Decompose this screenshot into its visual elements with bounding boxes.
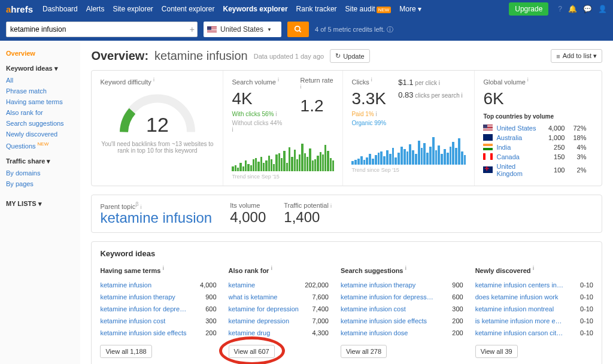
keyword-link[interactable]: ketamine infusion dose — [341, 329, 433, 336]
keyword-row: does ketamine infusion work0-10 — [475, 291, 593, 303]
country-select[interactable]: United States ▼ — [204, 22, 281, 37]
keyword-link[interactable]: ketamine infusion montreal — [475, 305, 563, 313]
keyword-row: ketamine202,000 — [229, 279, 329, 291]
add-to-list-button[interactable]: ≡ Add to list ▾ — [551, 49, 602, 63]
bell-icon[interactable]: 🔔 — [568, 5, 577, 13]
parent-topic-link[interactable]: ketamine infusion — [100, 210, 212, 226]
sidebar-item-by-pages[interactable]: By pages — [6, 178, 74, 189]
upgrade-button[interactable]: Upgrade — [509, 2, 548, 16]
keyword-link[interactable]: ketamine drug — [229, 329, 299, 336]
view-all-button[interactable]: View all 278 — [341, 345, 387, 358]
view-all-button[interactable]: View all 1,188 — [100, 345, 151, 358]
keyword-link[interactable]: ketamine depression — [229, 317, 299, 324]
keyword-link[interactable]: ketamine for depression — [229, 305, 299, 313]
keyword-row: ketamine infusion4,000 — [100, 279, 216, 291]
global-volume-value: 6K — [483, 89, 586, 108]
nav-content-explorer[interactable]: Content explorer — [162, 5, 215, 13]
sidebar-ideas-head[interactable]: Keyword ideas ▾ — [6, 65, 74, 72]
keyword-row: what is ketamine7,600 — [229, 291, 329, 303]
keyword-row: ketamine for depression7,400 — [229, 303, 329, 315]
ki-col: Also rank for iketamine202,000what is ke… — [229, 265, 329, 358]
nav-rank-tracker[interactable]: Rank tracker — [296, 5, 337, 13]
keyword-link[interactable]: ketamine infusion side effects — [341, 317, 433, 324]
keyword-link[interactable]: is ketamine infusion more e… — [475, 317, 563, 324]
traffic-potential: 1,400 — [284, 209, 332, 226]
keyword-link[interactable]: ketamine — [229, 281, 299, 289]
keyword-input[interactable] — [10, 25, 193, 34]
keyword-row: ketamine infusion carson cit…0-10 — [475, 327, 593, 339]
keyword-link[interactable]: ketamine infusion for depress… — [341, 293, 433, 301]
country-link[interactable]: Canada — [496, 153, 537, 160]
keyword-row: is ketamine infusion more e…0-10 — [475, 315, 593, 327]
keyword-link[interactable]: ketamine infusion centers in… — [475, 281, 563, 289]
sidebar-item-by-domains[interactable]: By domains — [6, 168, 74, 178]
svg-line-1 — [299, 31, 301, 32]
keyword-link[interactable]: ketamine infusion cost — [341, 305, 433, 313]
flag-icon — [483, 166, 493, 173]
ki-col: Having same terms iketamine infusion4,00… — [100, 265, 216, 358]
keyword-link[interactable]: ketamine infusion side effects — [100, 329, 186, 336]
country-row: Canada1503% — [483, 152, 586, 162]
clicks-trend-chart — [351, 135, 466, 165]
keyword-row: ketamine infusion for depress…600 — [341, 291, 463, 303]
help-icon[interactable]: ? — [558, 5, 562, 13]
nav-dashboard[interactable]: Dashboard — [43, 5, 78, 13]
clicks-value: 3.3K — [351, 89, 386, 108]
return-rate-value: 1.2 — [301, 96, 335, 116]
country-row: United States4,00072% — [483, 123, 586, 133]
keyword-link[interactable]: ketamine infusion cost — [100, 317, 186, 324]
sidebar-traffic-head[interactable]: Traffic share ▾ — [6, 157, 74, 165]
keyword-link[interactable]: does ketamine infusion work — [475, 293, 563, 301]
chat-icon[interactable]: 💬 — [583, 5, 592, 13]
sidebar-item-phrase-match[interactable]: Phrase match — [6, 86, 74, 96]
sidebar-item-newly-discovered[interactable]: Newly discovered — [6, 129, 74, 139]
keyword-row: ketamine infusion side effects200 — [100, 327, 216, 339]
keyword-ideas-heading: Keyword ideas — [100, 249, 593, 258]
keyword-link[interactable]: ketamine infusion carson cit… — [475, 329, 563, 336]
view-all-button[interactable]: View all 607 — [229, 345, 275, 358]
parent-volume: 4,000 — [230, 209, 266, 226]
user-icon[interactable]: 👤 — [598, 5, 607, 13]
nav-site-audit[interactable]: Site auditNEW — [345, 5, 392, 13]
clicks-panel: Clicks i 3.3K Paid 1% i Organic 99% $1.1… — [343, 71, 475, 186]
ki-col-head: Also rank for i — [229, 265, 329, 274]
keyword-row: ketamine infusion cost300 — [100, 315, 216, 327]
sidebar-item-search-suggestions[interactable]: Search suggestions — [6, 118, 74, 129]
sidebar-item-also-rank-for[interactable]: Also rank for — [6, 107, 74, 118]
keyword-row: ketamine infusion centers in…0-10 — [475, 279, 593, 291]
chevron-down-icon: ▼ — [267, 27, 272, 32]
keyword-row: ketamine depression7,000 — [229, 315, 329, 327]
keyword-link[interactable]: ketamine infusion for depre… — [100, 305, 186, 313]
nav-alerts[interactable]: Alerts — [86, 5, 105, 13]
sidebar-overview[interactable]: Overview — [6, 48, 74, 59]
keyword-link[interactable]: ketamine infusion therapy — [100, 293, 186, 301]
page-keyword: ketamine infusion — [154, 49, 248, 63]
country-link[interactable]: Australia — [496, 134, 537, 141]
keyword-link[interactable]: what is ketamine — [229, 293, 299, 301]
sidebar-lists-head[interactable]: MY LISTS ▾ — [6, 200, 74, 208]
nav-more-▾[interactable]: More ▾ — [399, 5, 421, 13]
search-button[interactable] — [287, 22, 309, 37]
keyword-row: ketamine infusion montreal0-10 — [475, 303, 593, 315]
add-keyword-icon[interactable]: + — [190, 25, 195, 34]
keyword-link[interactable]: ketamine infusion therapy — [341, 281, 433, 289]
search-volume-value: 4K — [232, 89, 282, 108]
sidebar-item-all[interactable]: All — [6, 75, 74, 86]
nav-site-explorer[interactable]: Site explorer — [113, 5, 153, 13]
flag-icon — [483, 125, 493, 131]
keyword-link[interactable]: ketamine infusion — [100, 281, 186, 289]
clicks-without: Without clicks 44% i — [232, 120, 282, 133]
country-link[interactable]: India — [496, 144, 537, 151]
country-link[interactable]: United States — [496, 125, 537, 132]
sidebar-item-having-same-terms[interactable]: Having same terms — [6, 96, 74, 107]
logo: ahrefs — [6, 4, 33, 14]
nav-keywords-explorer[interactable]: Keywords explorer — [223, 5, 288, 13]
keyword-difficulty-panel: Keyword difficulty i 12 You'll need back… — [92, 71, 223, 186]
update-button[interactable]: ↻ Update — [330, 49, 369, 63]
country-link[interactable]: United Kingdom — [496, 163, 537, 177]
view-all-button[interactable]: View all 39 — [475, 345, 518, 358]
keyword-search-input[interactable]: + — [6, 22, 198, 37]
sidebar-questions[interactable]: Questions NEW — [6, 139, 74, 151]
parent-topic-panel: Parent topicβ i ketamine infusion Its vo… — [91, 195, 602, 233]
svg-point-0 — [295, 26, 300, 31]
